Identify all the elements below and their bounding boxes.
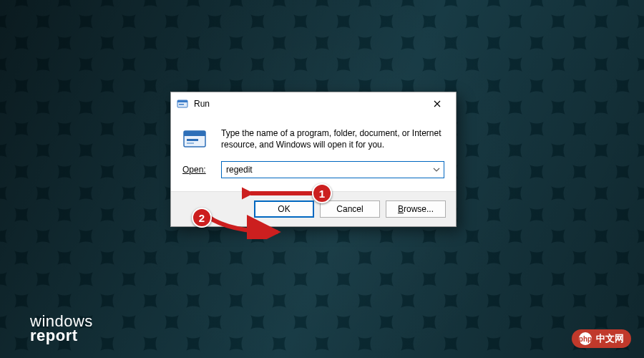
dialog-description: Type the name of a program, folder, docu… [221,127,444,150]
dialog-title: Run [194,99,423,109]
php-logo-icon: php [579,332,592,345]
open-combobox[interactable] [221,161,444,178]
watermark-line2: report [30,328,93,344]
ok-button[interactable]: OK [254,200,314,218]
svg-rect-2 [179,104,184,105]
browse-underline: B [398,204,404,214]
run-icon [177,98,188,110]
open-input[interactable] [222,162,429,178]
watermark-phpcn: php 中文网 [572,329,631,348]
svg-rect-6 [187,142,194,144]
run-dialog: Run Type the name of a program, folder, … [170,92,457,227]
watermark-windows-report: windows report [30,314,93,344]
cancel-button[interactable]: Cancel [320,200,380,218]
watermark-right-text: 中文网 [596,332,624,345]
browse-button[interactable]: Browse... [386,200,446,218]
close-button[interactable] [423,94,452,114]
titlebar[interactable]: Run [171,92,456,115]
dialog-footer: OK Cancel Browse... [171,191,456,226]
svg-rect-4 [184,131,205,136]
svg-rect-1 [177,100,187,102]
svg-rect-5 [187,139,198,141]
close-icon [434,100,441,107]
browse-rest: rowse... [404,204,434,214]
open-label-underline: O [182,165,189,175]
run-large-icon [182,127,207,151]
dialog-body: Type the name of a program, folder, docu… [171,115,456,191]
open-label-rest: pen: [189,165,205,175]
open-label: Open: [182,165,214,175]
chevron-down-icon[interactable] [429,162,444,178]
